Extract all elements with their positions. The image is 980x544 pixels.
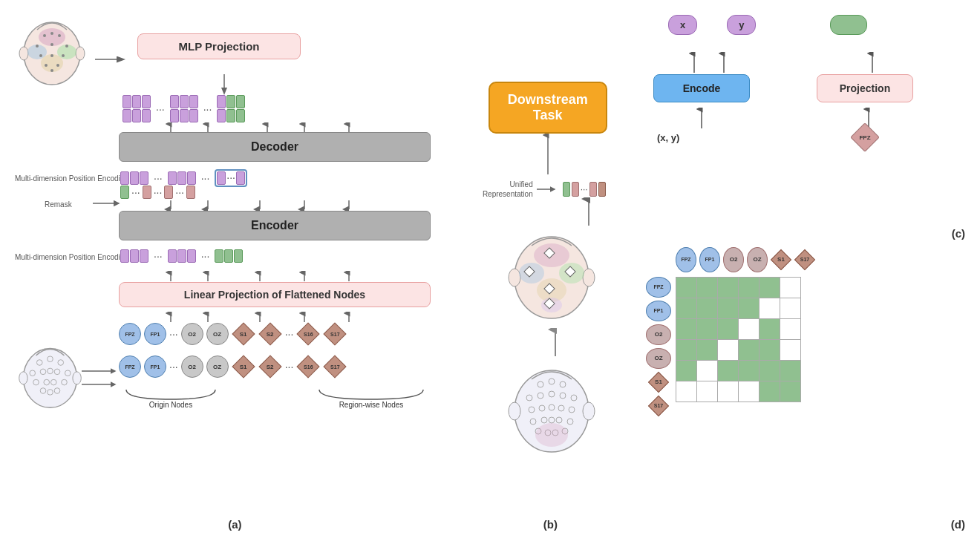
brace-labels: Origin Nodes Region-wise Nodes: [119, 386, 431, 409]
main-container: MLP Projection: [0, 0, 980, 544]
grid-table: [676, 277, 801, 402]
svg-point-11: [50, 43, 53, 46]
svg-point-81: [509, 402, 520, 420]
right-panels: x y Enc: [638, 7, 973, 534]
projection-label-c: Projection: [817, 74, 913, 102]
eeg-head-b-bottom: [503, 361, 600, 460]
encode-label: Encode: [653, 74, 750, 102]
svg-point-46: [19, 372, 27, 384]
xy-label: (x, y): [657, 132, 679, 143]
svg-point-12: [65, 45, 68, 47]
eeg-head-b-top: [503, 227, 600, 327]
svg-point-45: [23, 349, 76, 408]
arrows-c-down: [679, 108, 939, 130]
encoder-box: Encoder: [119, 211, 431, 240]
green-output-token: [830, 15, 867, 35]
token-row-mid-top: ··· ··· ···: [120, 169, 247, 187]
encoder-label: Encoder: [119, 211, 431, 240]
node-row-top: FPZ FP1 ··· O2 OZ S1 S2 ··· S16: [119, 322, 347, 346]
svg-point-9: [58, 34, 61, 37]
downstream-task-box: Downstream Task: [489, 82, 607, 134]
mlp-projection-box: MLP Projection: [137, 33, 301, 59]
svg-point-14: [50, 54, 53, 57]
x-token: x: [668, 15, 697, 35]
svg-point-67: [509, 269, 520, 286]
svg-point-1: [19, 47, 28, 60]
panel-c-label: (c): [952, 227, 965, 240]
arrow-head-to-mlp: [95, 52, 132, 67]
decoder-box: Decoder: [119, 132, 431, 162]
svg-point-10: [36, 45, 39, 47]
linear-label: Linear Projection of Flattened Nodes: [119, 282, 431, 307]
projection-box-c: Projection: [817, 74, 913, 102]
pos-encoding-label-bottom: Multi-dimension Position Encoding: [15, 252, 128, 262]
token-row-bottom: ··· ···: [120, 249, 243, 263]
panel-d: FPZ FP1 O2 OZ S1 S17: [646, 247, 973, 534]
grid-col-labels: FPZ FP1 O2 OZ S1 S17: [676, 247, 815, 272]
svg-point-2: [76, 47, 85, 60]
grid-row-labels: FPZ FP1 O2 OZ S1 S17: [646, 277, 671, 416]
panel-b: Downstream Task Unified Representation ·…: [466, 7, 635, 534]
unified-repr: Unified Representation ···: [466, 180, 606, 199]
arrow-from-mlp: [219, 74, 230, 96]
y-token: y: [727, 15, 756, 35]
adjacency-grid: [676, 277, 801, 402]
mlp-label: MLP Projection: [137, 33, 301, 59]
panel-c-outputs: x y: [668, 15, 867, 35]
token-row-above-decoder: ··· ···: [122, 95, 245, 122]
svg-point-7: [43, 34, 46, 37]
arrows-c-up: [679, 52, 939, 74]
svg-point-17: [56, 64, 59, 67]
svg-marker-21: [221, 88, 227, 95]
panel-d-label: (d): [951, 518, 965, 531]
svg-point-82: [583, 402, 595, 420]
eeg-head-top: [15, 15, 89, 92]
panel-b-label: (b): [543, 518, 558, 531]
svg-point-18: [50, 69, 53, 72]
arrow-from-unified: [581, 197, 596, 227]
fpz-input: FPZ: [850, 122, 880, 152]
remask-arrow: [93, 196, 122, 211]
svg-point-13: [39, 54, 42, 57]
panel-a-label: (a): [228, 518, 241, 531]
svg-point-47: [73, 372, 81, 384]
arrow-between-heads: [548, 328, 563, 358]
panel-a: MLP Projection: [7, 7, 463, 534]
token-row-green: ··· ··· ···: [120, 186, 195, 199]
remask-label: Remask: [45, 200, 72, 209]
linear-projection-box: Linear Projection of Flattened Nodes: [119, 282, 431, 307]
panel-c: x y Enc: [646, 7, 973, 243]
encode-box: Encode: [653, 74, 750, 102]
node-row-bottom: FPZ FP1 ··· O2 OZ S1 S2 ··· S16: [119, 355, 347, 378]
pos-encoding-label-top: Multi-dimension Position Encoding: [15, 174, 128, 183]
svg-point-8: [50, 32, 53, 35]
svg-point-68: [583, 269, 595, 286]
svg-point-16: [45, 64, 48, 67]
svg-point-15: [62, 54, 65, 57]
decoder-label: Decoder: [119, 132, 431, 162]
eeg-head-bottom: [15, 341, 85, 415]
svg-point-105: [535, 423, 568, 447]
arrow-to-downstream: [540, 134, 555, 178]
